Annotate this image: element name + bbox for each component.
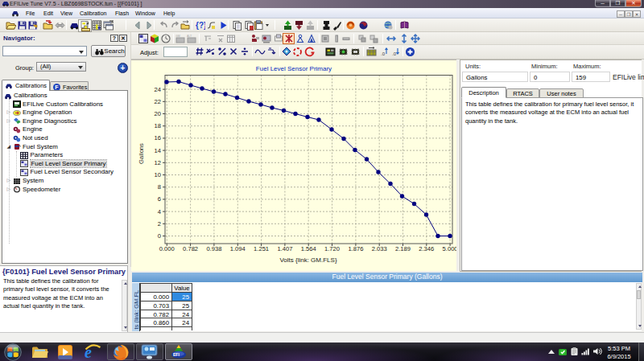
svg-text:2.033: 2.033 [372,245,387,252]
svg-text:1.407: 1.407 [277,245,292,252]
svg-text:1.876: 1.876 [348,245,363,252]
svg-text:5.000: 5.000 [443,245,456,252]
svg-text:Gallons: Gallons [138,143,145,164]
svg-text:1.094: 1.094 [230,245,246,252]
svg-text:16: 16 [155,134,161,142]
svg-text:4: 4 [158,208,161,215]
svg-text:.0: .0 [381,51,386,56]
svg-text:2.346: 2.346 [419,245,434,252]
svg-text:Fuel Level Sensor Primary: Fuel Level Sensor Primary [256,65,332,72]
svg-text:24: 24 [155,86,161,93]
svg-text:18: 18 [155,122,161,129]
svg-text:1.564: 1.564 [301,245,316,252]
svg-text:GM: GM [175,35,180,38]
svg-text:0.938: 0.938 [206,245,221,252]
svg-text:6: 6 [158,195,161,203]
svg-text:12: 12 [155,159,161,166]
svg-text:1.251: 1.251 [254,245,269,252]
svg-text:0.782: 0.782 [183,245,198,252]
svg-text:EFI: EFI [173,352,180,357]
svg-text:1.720: 1.720 [324,245,340,252]
svg-text:0: 0 [158,232,161,240]
svg-text:.0: .0 [392,51,397,56]
svg-text:10: 10 [155,171,161,178]
svg-text:0.000: 0.000 [159,245,175,252]
svg-text:20: 20 [155,110,161,117]
svg-text:2: 2 [158,220,161,228]
svg-text:14: 14 [155,147,161,154]
svg-text:Volts {link: GM.FLS}: Volts {link: GM.FLS} [279,256,336,264]
svg-text:ALT: ALT [187,35,192,38]
svg-text:{?}: {?} [196,21,205,30]
svg-text:22: 22 [155,98,161,105]
svg-text:8: 8 [158,183,161,191]
svg-text:2.189: 2.189 [395,245,411,252]
